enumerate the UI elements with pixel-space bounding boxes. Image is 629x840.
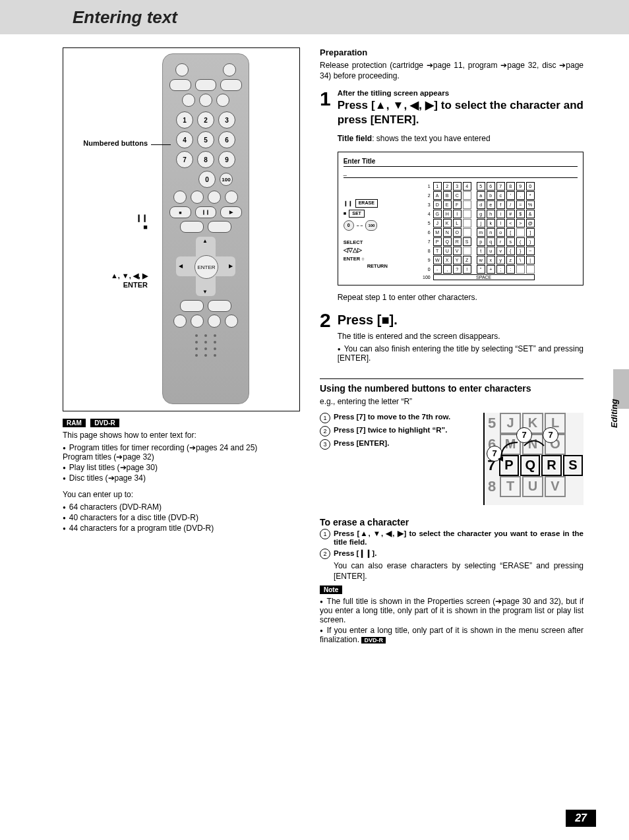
numbered-heading: Using the numbered buttons to enter char…: [320, 378, 584, 394]
enter-button: ENTER: [195, 255, 218, 279]
prep-heading: Preparation: [320, 47, 584, 57]
dpad: ENTER ▲ ▼ ◀ ▶: [176, 237, 235, 296]
stop-button: ■: [169, 206, 191, 218]
list-item: 64 characters (DVD-RAM): [63, 502, 300, 512]
prep-body: Release protection (cartridge ➔page 11, …: [320, 60, 584, 81]
section-tab: Editing: [609, 399, 619, 428]
step-2-number: 2: [320, 311, 331, 369]
list-item: 40 characters for a disc title (DVD-R): [63, 513, 300, 522]
annot-dpad: ▲, ▼, ◀, ▶ ENTER: [69, 271, 148, 290]
numbered-eg: e.g., entering the letter “R”: [320, 396, 584, 407]
badge-dvdr: DVD-R: [90, 419, 119, 427]
pause-button: ❙❙: [195, 206, 217, 218]
erase-s2b: You can also erase characters by selecti…: [334, 560, 584, 582]
page-title: Entering text: [0, 0, 629, 34]
media-badges: RAM DVD-R: [63, 418, 300, 427]
list-item: Program titles for timer recording (➔pag…: [63, 443, 300, 462]
note-1: The full title is shown in the Propertie…: [320, 597, 584, 624]
num-step-1: Press [7] to move to the 7th row.: [334, 413, 452, 423]
step-1-number: 1: [320, 89, 331, 303]
svg-marker-0: [498, 456, 503, 462]
badge-ram: RAM: [63, 419, 86, 427]
note-2: If you enter a long title, only part of …: [320, 626, 584, 644]
intro-text: This page shows how to enter text for:: [63, 430, 300, 440]
char-grid: 112345678902ABCabc’.*3DEFdef/=%4GHIghi#$…: [421, 182, 535, 281]
intro-bullets: Program titles for timer recording (➔pag…: [63, 443, 300, 483]
limits-intro: You can enter up to:: [63, 489, 300, 500]
erase-s2a: Press [❙❙].: [334, 549, 584, 558]
play-button: ▶: [220, 206, 242, 218]
num-step-2: Press [7] twice to highlight “R”.: [334, 426, 452, 436]
num-1: 1: [176, 111, 193, 129]
step-1-pre: After the titling screen appears: [338, 89, 584, 97]
title-field-note: Title field: shows the text you have ent…: [338, 133, 584, 144]
list-item: 44 characters for a program title (DVD-R…: [63, 524, 300, 533]
badge-dvdr-inline: DVD-R: [361, 637, 386, 644]
note-badge: Note: [320, 585, 342, 594]
power-button: [175, 63, 189, 76]
remote-illustration: 123 456 789 0100 ■❙❙▶ ENTER ▲ ▼ ◀: [63, 47, 300, 411]
annot-numbered: Numbered buttons: [69, 139, 148, 147]
erase-s1: Press [▲, ▼, ◀, ▶] to select the charact…: [334, 529, 584, 546]
page-number: 27: [566, 810, 596, 827]
erase-heading: To erase a character: [320, 517, 584, 527]
list-item: Disc titles (➔page 34): [63, 473, 300, 483]
cs-title: Enter Title: [344, 158, 578, 167]
annot-pause-stop: ❙❙ ■: [69, 213, 148, 232]
step-2-b1: The title is entered and the screen disa…: [338, 331, 584, 342]
zoom-char-grid: 5JKL6MNO7PQRS8TUV 7 7 7: [483, 413, 584, 505]
list-item: Play list titles (➔page 30): [63, 463, 300, 472]
limits-bullets: 64 characters (DVD-RAM) 40 characters fo…: [63, 502, 300, 533]
step-1-main: Press [▲, ▼, ◀, ▶] to select the charact…: [338, 98, 584, 127]
char-entry-screen: Enter Title _ ❙❙ERASE ■SET 0– –100 SELEC…: [338, 152, 584, 285]
step-2-main: Press [■].: [338, 312, 584, 328]
step-2-b2: You can also finish entering the title b…: [338, 344, 584, 363]
step-1-repeat: Repeat step 1 to enter other characters.: [338, 292, 584, 303]
num-step-3: Press [ENTER].: [334, 439, 389, 450]
